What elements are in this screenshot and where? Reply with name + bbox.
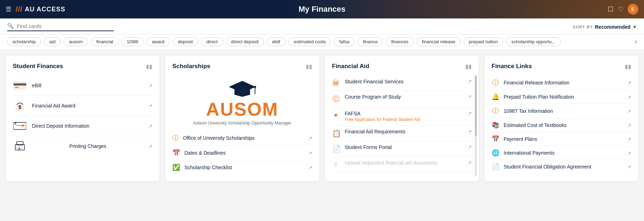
tag-award[interactable]: award	[146, 37, 169, 46]
sf-item-printing-charges[interactable]: $ Printing Charges ↗	[13, 136, 152, 156]
logo-text: AU ACCESS	[25, 6, 65, 13]
globe-icon: 🌐	[492, 149, 499, 157]
external-link-icon: ↗	[468, 144, 472, 150]
payment-plans-label: Payment Plans	[504, 136, 537, 142]
bookmark-icon[interactable]: ▮▮	[465, 63, 472, 70]
fl-item-release[interactable]: ⓘ Financial Release Information ↗	[492, 76, 631, 90]
avatar[interactable]: E	[628, 4, 638, 15]
external-link-icon: ↗	[627, 164, 631, 170]
upload-icon: ⇪	[332, 160, 340, 169]
info-circle-icon: ⓘ	[492, 78, 499, 87]
office-scholarships-label: Office of University Scholarships	[183, 135, 254, 141]
student-finances-header: Student Finances ▮▮	[13, 63, 152, 70]
fa-item-cps[interactable]: Ⓒ Course Program of Study ↗	[332, 91, 472, 107]
svg-marker-13	[229, 81, 256, 93]
finance-links-header: Finance Links ▮▮	[492, 63, 631, 70]
ebill-icon	[13, 79, 27, 92]
external-link-icon: ↗	[468, 160, 472, 165]
svg-text:$: $	[18, 147, 20, 150]
tag-deposit[interactable]: deposit	[173, 37, 198, 46]
ausom-text: AUSOM	[172, 100, 312, 118]
external-link-icon: ↗	[627, 80, 631, 85]
finance-links-title: Finance Links	[492, 63, 532, 70]
calendar-icon[interactable]: ☐	[608, 5, 613, 13]
calendar-grid-icon: 📅	[492, 135, 499, 143]
fl-item-payment-plans[interactable]: 📅 Payment Plans ↗	[492, 132, 631, 146]
svg-text:$: $	[18, 104, 21, 110]
tag-fafsa[interactable]: fafsa	[334, 37, 355, 46]
direct-deposit-icon: $	[13, 120, 27, 132]
tag-ausom[interactable]: ausom	[64, 37, 88, 46]
ausom-subtitle: Auburn University Scholarship Opportunit…	[172, 121, 312, 126]
printing-charges-label: Printing Charges	[69, 143, 106, 149]
chevron-down-icon[interactable]: ▼	[633, 24, 637, 29]
tag-ebill[interactable]: ebill	[267, 37, 286, 46]
fl-item-textbooks[interactable]: 📚 Estimated Cost of Textbooks ↗	[492, 118, 631, 132]
hamburger-icon[interactable]: ☰	[6, 5, 11, 13]
sort-value[interactable]: Recommended	[595, 24, 631, 30]
tag-finances[interactable]: finances	[386, 37, 413, 46]
svg-rect-1	[13, 83, 26, 85]
fafsa-sublabel: Free Application for Federal Student Aid	[345, 117, 420, 122]
tag-scholarship-opportu[interactable]: scholarship opportu...	[506, 37, 561, 46]
page-title: My Finances	[298, 5, 345, 14]
tag-financial-release[interactable]: financial release	[417, 37, 461, 46]
sch-item-checklist[interactable]: ✅ Scholarship Checklist ↗	[172, 160, 312, 175]
external-link-icon: ↗	[627, 137, 631, 142]
sf-item-ebill[interactable]: eBill ↗	[13, 76, 152, 96]
bank-icon: 🏛	[332, 79, 340, 87]
external-link-icon: ↗	[627, 123, 631, 128]
header-actions: ☐ ♡ E	[608, 4, 638, 15]
compass-icon: ✦	[332, 111, 340, 120]
fa-item-forms[interactable]: 📄 Student Forms Portal ↗	[332, 141, 472, 157]
external-link-icon: ↗	[627, 94, 631, 100]
tag-scholarship[interactable]: scholarship	[7, 37, 41, 46]
tag-finance[interactable]: finance	[358, 37, 383, 46]
external-link-icon: ↗	[148, 103, 152, 109]
tag-prepaid-tuition[interactable]: prepaid tuition	[464, 37, 503, 46]
fl-item-obligation[interactable]: 📄 Student Financial Obligation Agreement…	[492, 160, 631, 173]
external-link-icon: ↗	[148, 83, 152, 88]
info-icon: ⓘ	[172, 134, 179, 142]
textbooks-label: Estimated Cost of Textbooks	[504, 122, 567, 128]
ausom-logo: AUSOM	[172, 76, 312, 121]
tags-bar: scholarship aid ausom financial 1098t aw…	[0, 34, 644, 50]
tag-1098t[interactable]: 1098t	[121, 37, 144, 46]
fa-item-sfs[interactable]: 🏛 Student Financial Services ↗	[332, 76, 472, 91]
fafsa-label: FAFSA	[345, 111, 420, 116]
fa-item-upload[interactable]: ⇪ Upload requested financial aid documen…	[332, 157, 472, 172]
bookmark-icon[interactable]: ▮▮	[625, 63, 631, 70]
bookmark-icon[interactable]: ▮▮	[146, 63, 152, 70]
scrollbar-thumb[interactable]	[475, 76, 477, 136]
external-link-icon: ↗	[148, 123, 152, 129]
tag-estimated-costs[interactable]: estimated costs	[288, 37, 331, 46]
sf-item-financial-aid-award[interactable]: $ Financial Aid Award ↗	[13, 96, 152, 116]
financial-aid-award-label: Financial Aid Award	[32, 103, 75, 109]
fa-item-requirements[interactable]: 📋 Financial Aid Requirements ↗	[332, 126, 472, 141]
fl-item-1098t[interactable]: ⓘ 1098T Tax Information ↗	[492, 104, 631, 118]
financial-aid-header: Financial Aid ▮▮	[332, 63, 472, 70]
sch-item-dates[interactable]: 📅 Dates & Deadlines ↗	[172, 146, 312, 160]
external-link-icon: ↗	[308, 150, 312, 156]
obligation-label: Student Financial Obligation Agreement	[504, 164, 591, 170]
tags-next-icon[interactable]: ›	[635, 38, 637, 45]
svg-text:$: $	[15, 122, 16, 125]
header: ☰ /// AU ACCESS My Finances ☐ ♡ E	[0, 0, 644, 18]
search-input[interactable]	[17, 23, 114, 29]
tag-direct[interactable]: direct	[201, 37, 223, 46]
financial-aid-award-icon: $	[13, 99, 27, 112]
tag-financial[interactable]: financial	[91, 37, 119, 46]
fl-item-international[interactable]: 🌐 International Payments ↗	[492, 146, 631, 160]
document-icon: 📄	[332, 145, 340, 153]
notification-icon[interactable]: ♡	[618, 5, 623, 13]
calendar-check-icon: 📅	[172, 149, 180, 157]
fa-item-fafsa[interactable]: ✦ FAFSA Free Application for Federal Stu…	[332, 107, 472, 126]
sf-item-direct-deposit[interactable]: $ Direct Deposit Information ↗	[13, 116, 152, 136]
sch-item-office[interactable]: ⓘ Office of University Scholarships ↗	[172, 131, 312, 146]
fl-item-prepaid[interactable]: 🔔 Prepaid Tuition Plan Notification ↗	[492, 90, 631, 104]
tag-aid[interactable]: aid	[44, 37, 61, 46]
external-link-icon: ↗	[468, 94, 472, 99]
bookmark-icon[interactable]: ▮▮	[306, 63, 312, 70]
tag-direct-deposit[interactable]: direct deposit	[226, 37, 264, 46]
sort-by: SORT BY Recommended ▼	[573, 24, 637, 30]
